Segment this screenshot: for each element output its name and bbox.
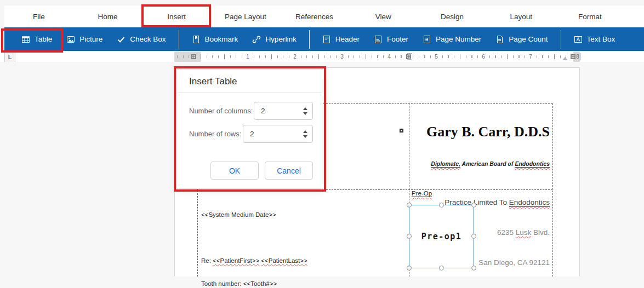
resize-handle-n[interactable] [439,203,444,208]
table-icon [21,35,30,44]
bookmark-button[interactable]: Bookmark [185,27,246,51]
horizontal-ruler: 1 2 3 4 5 6 7 8 [174,51,580,62]
resize-handle-se[interactable] [471,266,476,270]
spin-up-icon[interactable] [303,130,307,133]
ruler-number: 4 [386,53,392,60]
bookmark-icon [192,35,201,44]
ruler-number: 1 [244,53,251,60]
ruler-half-ticks [174,54,580,59]
resize-handle-sw[interactable] [407,266,412,270]
tab-stop-selector[interactable]: L [4,51,15,62]
spin-down-icon[interactable] [303,112,307,115]
ruler-number: 6 [480,53,487,60]
menu-bar: File Home Insert Page Layout References … [4,5,644,27]
letterhead-subtitle: Diplomate, American Board of Endodontics [412,160,550,168]
toolbar-separator [179,30,179,49]
columns-input[interactable] [254,106,298,116]
toolbar-separator [561,30,561,49]
letter-body[interactable]: <<System Medium Date>> Re: <<PatientFirs… [201,195,398,288]
preop-image[interactable]: Pre-op1 [409,205,474,268]
window-left-gutter [0,5,4,51]
cancel-button[interactable]: Cancel [265,162,313,180]
re-line[interactable]: Re: <<PatientFirst>> <<PatientLast>> [201,257,398,264]
rows-input[interactable] [243,129,298,139]
tab-layout[interactable]: Layout [487,5,556,27]
page-number-button[interactable]: Page Number [415,27,488,51]
check-box-button[interactable]: Check Box [110,27,173,51]
page-count-icon [495,35,504,44]
ok-button[interactable]: OK [210,162,259,180]
dialog-divider [177,93,323,93]
tab-references[interactable]: References [280,5,349,27]
page-count-button[interactable]: Page Count [488,27,555,51]
tab-file[interactable]: File [4,5,73,27]
rows-label: Number of rows: [189,130,241,138]
hanging-indent-marker[interactable] [407,57,412,60]
first-line-indent-marker[interactable] [407,53,412,56]
object-anchor [400,129,403,133]
ruler-number: 7 [527,53,534,60]
dialog-title: Insert Table [177,70,323,93]
page-number-icon [423,35,431,44]
date-field-line[interactable]: <<System Medium Date>> [201,211,398,218]
resize-handle-s[interactable] [439,266,444,270]
spin-up-icon[interactable] [303,107,307,110]
rows-spin-arrows [298,130,312,138]
ruler-row: L 1 2 3 4 5 6 7 8 [0,51,644,62]
ruler-number: 3 [339,53,345,60]
preop-image-text: Pre-op1 [421,232,462,241]
tooth-line[interactable]: Tooth number: <<Tooth#>> [201,280,398,287]
spin-down-icon[interactable] [303,135,307,138]
app-window: File Home Insert Page Layout References … [0,0,644,288]
tab-page-layout[interactable]: Page Layout [211,5,280,27]
tab-view[interactable]: View [349,5,418,27]
table-border-right [552,103,553,277]
hyperlink-button[interactable]: Hyperlink [245,27,303,51]
header-icon [322,35,331,44]
insert-table-dialog: Insert Table Number of columns: Number o… [176,69,323,189]
tab-design[interactable]: Design [418,5,487,27]
hyperlink-icon [252,35,261,44]
tab-home[interactable]: Home [73,5,143,27]
ribbon-toolbar: Table Picture Check Box Bookmark Hyperli… [4,27,644,51]
right-indent-marker[interactable] [562,57,568,60]
footer-icon [374,35,383,44]
preop-label[interactable]: Pre-Op [412,190,432,197]
table-button[interactable]: Table [14,27,59,51]
rows-spinner [243,125,313,143]
ruler-number: 5 [433,53,440,60]
ruler-number: 2 [292,53,298,60]
columns-spinner [254,102,313,120]
resize-handle-w[interactable] [407,234,412,239]
resize-handle-e[interactable] [471,234,476,239]
header-button[interactable]: Header [315,27,367,51]
letterhead-name: Gary B. Carr, D.D.S [412,124,550,140]
tab-format[interactable]: Format [556,5,625,27]
check-icon [117,35,126,44]
resize-handle-ne[interactable] [471,203,476,208]
tab-insert[interactable]: Insert [142,5,211,27]
table-column-marker[interactable] [571,54,575,59]
columns-spin-arrows [298,107,312,115]
text-box-button[interactable]: Text Box [567,27,623,51]
toolbar-separator [309,30,310,49]
columns-label: Number of columns: [189,107,253,115]
resize-handle-nw[interactable] [407,203,412,208]
table-column-marker[interactable] [191,54,196,59]
text-box-icon [574,35,583,44]
picture-button[interactable]: Picture [59,27,110,51]
footer-button[interactable]: Footer [367,27,415,51]
picture-icon [66,35,75,44]
